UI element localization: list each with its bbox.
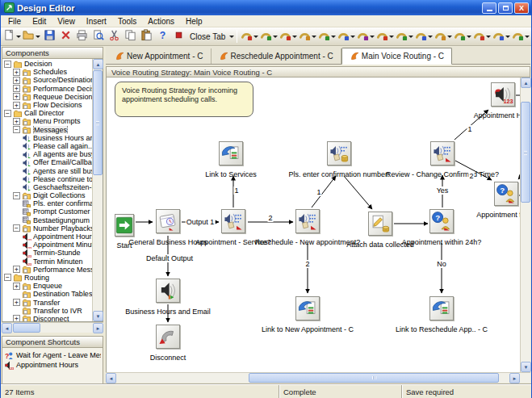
dropdown-caret-icon[interactable] xyxy=(16,36,21,38)
close-tab-button[interactable]: Close Tab xyxy=(186,28,228,44)
tree-item-messages[interactable]: −Messages xyxy=(2,126,92,134)
tree-item-routing[interactable]: −Routing xyxy=(2,274,92,282)
tree-item-please-continue-to[interactable]: Please continue to xyxy=(2,175,92,183)
dropdown-caret-icon[interactable] xyxy=(428,36,433,38)
close-button[interactable]: X xyxy=(514,2,529,14)
tree-item-termin-stunde[interactable]: 123Termin-Stunde xyxy=(2,249,92,257)
tree-item-enqueue[interactable]: +Enqueue xyxy=(2,282,92,290)
flow-node-appointment-hours[interactable]: 123Appointment Hour xyxy=(442,82,520,121)
menu-item-edit[interactable]: Edit xyxy=(27,15,52,27)
tree-toggle-plus-icon[interactable]: + xyxy=(13,283,20,290)
tab-reschedule-appointment-c[interactable]: Reschedule Appointment - C xyxy=(212,48,341,64)
tree-item-disconnect[interactable]: +Disconnect xyxy=(2,315,92,321)
tree-item-offer-email-callbac[interactable]: Offer Email/Callbac xyxy=(2,158,92,166)
tab-main-voice-routing-c[interactable]: Main Voice Routing - C xyxy=(341,48,452,65)
dropdown-caret-icon[interactable] xyxy=(389,36,394,38)
dropdown-caret-icon[interactable] xyxy=(350,36,355,38)
tree-toggle-plus-icon[interactable]: + xyxy=(13,77,20,84)
toolbar-flow-tool-10-button[interactable] xyxy=(414,28,434,44)
dropdown-caret-icon[interactable] xyxy=(408,36,413,38)
tree-item-prompt-customer-f[interactable]: Prompt Customer f xyxy=(2,207,92,216)
toolbar-flow-tool-5-button[interactable] xyxy=(317,28,337,44)
menu-item-actions[interactable]: Actions xyxy=(142,15,180,27)
toolbar-options-caret-icon[interactable] xyxy=(229,36,234,38)
tree-item-business-hours-and[interactable]: Business Hours and xyxy=(2,134,92,142)
toolbar-flow-tool-13-button[interactable] xyxy=(472,28,492,44)
toolbar-flow-tool-7-button[interactable] xyxy=(356,28,375,44)
flow-node-link-to-services[interactable]: Link to Services xyxy=(170,141,291,180)
tree-item-destination-tables[interactable]: Destination Tables xyxy=(2,290,92,298)
tree-toggle-minus-icon[interactable]: − xyxy=(13,192,20,199)
toolbar-save-button[interactable] xyxy=(41,28,57,44)
tree-toggle-plus-icon[interactable]: + xyxy=(13,85,20,92)
tree-horizontal-scrollbar[interactable]: ◄ ► xyxy=(2,322,103,333)
toolbar-paste-button[interactable] xyxy=(138,28,154,44)
tree-scroll-up-icon[interactable]: ▲ xyxy=(93,59,103,69)
tree-item-flow-decisions[interactable]: +Flow Decisions xyxy=(2,101,92,109)
tree-item-agents-are-still-bus[interactable]: Agents are still bus xyxy=(2,166,92,174)
strategy-note[interactable]: Voice Routing Strategy for incoming appo… xyxy=(115,82,253,117)
tree-item-digit-collections[interactable]: −Digit Collections xyxy=(2,191,92,199)
shortcut-item-wait-for-agent-leave-message[interactable]: ?Wait for Agent - Leave Message? xyxy=(4,350,101,360)
toolbar-flow-tool-15-button[interactable] xyxy=(511,28,530,44)
toolbar-flow-tool-14-button[interactable] xyxy=(492,28,511,44)
tree-vertical-scrollbar[interactable]: ▲ ▼ xyxy=(92,59,103,321)
toolbar-open-button[interactable] xyxy=(22,28,41,44)
toolbar-record-button[interactable] xyxy=(170,28,186,44)
dropdown-caret-icon[interactable] xyxy=(447,36,452,38)
menu-item-tools[interactable]: Tools xyxy=(112,15,142,27)
tree-item-bestaetigungnum[interactable]: Bestaetigungnum xyxy=(2,216,92,224)
menu-item-file[interactable]: File xyxy=(2,15,27,27)
flow-node-business-hours-and-email[interactable]: Business Hours and Email xyxy=(107,279,228,317)
tree-item-pls-enter-confirma[interactable]: Pls. enter confirma xyxy=(2,199,92,207)
tree-toggle-plus-icon[interactable]: + xyxy=(13,69,20,76)
dropdown-caret-icon[interactable] xyxy=(467,36,471,38)
titlebar[interactable]: Design Editor X xyxy=(1,0,531,15)
tree-item-termin-minuten[interactable]: 123Termin Minuten xyxy=(2,258,92,266)
toolbar-flow-tool-8-button[interactable] xyxy=(375,28,395,44)
toolbar-flow-tool-11-button[interactable] xyxy=(434,28,453,44)
dropdown-caret-icon[interactable] xyxy=(312,36,316,38)
tree-toggle-minus-icon[interactable]: − xyxy=(13,126,20,133)
tree-toggle-minus-icon[interactable]: − xyxy=(13,224,20,232)
canvas-horizontal-scrollbar[interactable]: ◄ ► xyxy=(106,372,520,383)
toolbar-flow-tool-12-button[interactable] xyxy=(453,28,472,44)
tree-item-performance-message[interactable]: +Performance Message xyxy=(2,266,92,274)
dropdown-caret-icon[interactable] xyxy=(292,36,297,38)
dropdown-caret-icon[interactable] xyxy=(505,36,510,38)
canvas-scroll-up-icon[interactable]: ▲ xyxy=(521,78,531,88)
tree-item-all-agents-are-busy[interactable]: All agents are busy xyxy=(2,150,92,158)
toolbar-flow-tool-6-button[interactable] xyxy=(337,28,356,44)
flow-node-link-to-new-appointment[interactable]: Link to New Appointment - C xyxy=(247,296,368,335)
tree-item-requeue-decisions[interactable]: +Requeue Decisions xyxy=(2,93,92,101)
tree-scroll-left-icon[interactable]: ◄ xyxy=(2,323,12,333)
canvas-scroll-thumb[interactable] xyxy=(521,102,530,203)
tree-item-appointment-hours[interactable]: 123Appointment Hours xyxy=(2,233,92,241)
tree-toggle-plus-icon[interactable]: + xyxy=(13,266,20,273)
toolbar-flow-tool-16-button[interactable] xyxy=(530,28,531,44)
toolbar-print-button[interactable] xyxy=(73,28,90,44)
toolbar-new-button[interactable] xyxy=(2,28,22,44)
dropdown-caret-icon[interactable] xyxy=(36,36,40,38)
tree-item-geschaeftszeiten-e[interactable]: Geschaeftszeiten-E xyxy=(2,183,92,191)
canvas-vertical-scrollbar[interactable]: ▲ ▼ xyxy=(520,78,530,372)
flow-canvas[interactable]: Voice Routing Strategy for incoming appo… xyxy=(107,78,520,372)
tree-item-number-playbacks[interactable]: −Number Playbacks xyxy=(2,224,92,233)
dropdown-caret-icon[interactable] xyxy=(486,36,491,38)
toolbar-cut-button[interactable] xyxy=(106,28,122,44)
tree-scroll-right-icon[interactable]: ► xyxy=(93,323,103,333)
flow-node-disconnect[interactable]: Disconnect xyxy=(107,325,228,363)
toolbar-flow-tool-9-button[interactable] xyxy=(395,28,414,44)
tree-toggle-plus-icon[interactable]: + xyxy=(13,118,20,125)
dropdown-caret-icon[interactable] xyxy=(273,36,278,38)
tree-item-please-call-again[interactable]: Please call again... xyxy=(2,142,92,150)
minimize-button[interactable] xyxy=(482,2,496,14)
canvas-scroll-left-icon[interactable]: ◄ xyxy=(106,373,116,383)
tree-toggle-minus-icon[interactable]: − xyxy=(4,110,11,117)
toolbar-flow-tool-1-button[interactable] xyxy=(240,28,259,44)
tree-toggle-minus-icon[interactable]: − xyxy=(4,61,11,68)
flow-node-link-to-reschedule-app[interactable]: Link to Reschedule App.. - C xyxy=(381,296,502,335)
tree-item-decision[interactable]: −Decision xyxy=(2,60,92,68)
tree-item-menu-prompts[interactable]: +Menu Prompts xyxy=(2,117,92,125)
canvas-scroll-down-icon[interactable]: ▼ xyxy=(521,362,531,372)
